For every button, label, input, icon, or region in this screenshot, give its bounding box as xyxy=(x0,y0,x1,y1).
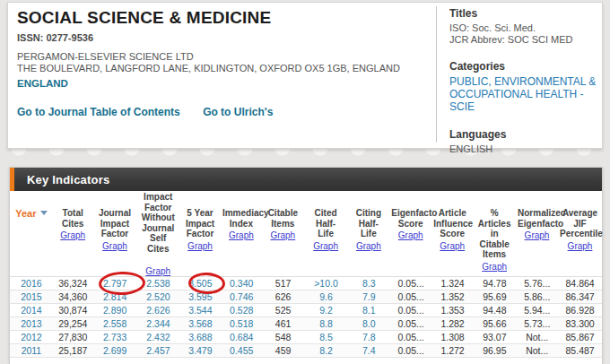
cell-citing-half-life[interactable]: 7.4 xyxy=(348,344,390,357)
graph-link[interactable]: Graph xyxy=(187,241,213,252)
cell-citable-items: 626 xyxy=(262,290,304,303)
graph-link[interactable]: Graph xyxy=(102,241,127,252)
key-indicators-panel: Key Indicators YearTotal CitesGraphJourn… xyxy=(9,167,603,364)
cell-journal-impact-factor[interactable]: 2.733 xyxy=(93,331,137,343)
column-header-cited-half-life: Cited Half-Life xyxy=(305,208,347,239)
graph-link[interactable]: Graph xyxy=(60,230,85,241)
cell-normalized-eigenfactor: 5.94... xyxy=(516,304,558,316)
graph-link[interactable]: Graph xyxy=(440,241,465,252)
goto-table-of-contents-link[interactable]: Go to Journal Table of Contents xyxy=(17,106,180,118)
graph-link[interactable]: Graph xyxy=(270,230,295,241)
table-row: 201125,1872.6992.4573.4790.4554598.27.40… xyxy=(10,344,602,358)
cell-five-year-impact-factor[interactable]: 3.544 xyxy=(179,304,221,316)
cell-article-influence-score: 1.352 xyxy=(432,290,474,303)
cell-total-cites: 36,324 xyxy=(53,277,93,290)
graph-link[interactable]: Graph xyxy=(356,241,381,252)
cell-pct-articles-in-citable-items: 95.69 xyxy=(473,290,516,303)
cell-immediacy-index[interactable]: 0.340 xyxy=(221,277,262,290)
cell-normalized-eigenfactor: Not... xyxy=(516,344,558,357)
cell-normalized-eigenfactor: Not... xyxy=(516,331,558,343)
column-header-total-cites: Total Cites xyxy=(54,208,92,229)
cell-impact-factor-without-self-cites[interactable]: 2.457 xyxy=(137,344,180,357)
cell-average-jif-percentile: 86.347 xyxy=(558,290,602,303)
journal-profile-panel: SOCIAL SCIENCE & MEDICINE ISSN: 0277-953… xyxy=(7,2,603,149)
cell-cited-half-life[interactable]: 8.8 xyxy=(304,317,348,330)
column-header-five-year-impact-factor: 5 Year Impact Factor xyxy=(180,208,220,239)
cell-pct-articles-in-citable-items: 93.07 xyxy=(473,331,516,343)
sort-arrow-icon[interactable] xyxy=(40,211,48,215)
graph-link[interactable]: Graph xyxy=(398,230,423,241)
year-column-header[interactable]: Year xyxy=(15,208,36,219)
graph-link[interactable]: Graph xyxy=(313,241,338,252)
cell-impact-factor-without-self-cites[interactable]: 2.432 xyxy=(137,331,180,343)
indicators-table-body: 201636,3242.7972.5383.5050.340517>10.08.… xyxy=(10,276,602,358)
cell-cited-half-life[interactable]: >10.0 xyxy=(304,277,348,290)
cell-average-jif-percentile: 83.300 xyxy=(558,317,602,330)
cell-cited-half-life[interactable]: 8.5 xyxy=(304,331,348,343)
year-link[interactable]: 2013 xyxy=(10,317,53,330)
year-link[interactable]: 2014 xyxy=(10,304,53,316)
cell-journal-impact-factor[interactable]: 2.890 xyxy=(93,304,137,316)
cell-five-year-impact-factor[interactable]: 3.568 xyxy=(179,317,221,330)
year-link[interactable]: 2012 xyxy=(10,331,53,343)
cell-impact-factor-without-self-cites[interactable]: 2.538 xyxy=(137,277,180,290)
cell-total-cites: 25,187 xyxy=(53,344,93,357)
cell-normalized-eigenfactor: 5.76... xyxy=(516,277,558,290)
cell-impact-factor-without-self-cites[interactable]: 2.626 xyxy=(137,304,180,316)
graph-link[interactable]: Graph xyxy=(145,266,170,277)
graph-link[interactable]: Graph xyxy=(229,230,254,241)
cell-immediacy-index[interactable]: 0.528 xyxy=(221,304,262,316)
year-link[interactable]: 2016 xyxy=(10,277,53,290)
cell-five-year-impact-factor[interactable]: 3.505 xyxy=(179,277,221,290)
cell-average-jif-percentile: 84.864 xyxy=(558,277,602,290)
cell-impact-factor-without-self-cites[interactable]: 2.344 xyxy=(137,317,180,330)
table-row: 201636,3242.7972.5383.5050.340517>10.08.… xyxy=(10,277,602,290)
indicators-table-header-row: YearTotal CitesGraphJournal Impact Facto… xyxy=(10,191,602,276)
key-indicators-heading: Key Indicators xyxy=(14,173,109,186)
cell-immediacy-index[interactable]: 0.746 xyxy=(221,290,262,303)
cell-immediacy-index[interactable]: 0.684 xyxy=(221,331,262,343)
titles-heading: Titles xyxy=(449,7,604,20)
cell-citing-half-life[interactable]: 7.8 xyxy=(348,331,390,343)
country-link[interactable]: ENGLAND xyxy=(17,78,68,89)
cell-five-year-impact-factor[interactable]: 3.479 xyxy=(179,344,221,357)
journal-address: THE BOULEVARD, LANGFORD LANE, KIDLINGTON… xyxy=(17,63,430,74)
cell-total-cites: 34,360 xyxy=(53,290,93,303)
table-row: 201227,8302.7332.4323.6880.6845488.57.80… xyxy=(10,331,602,344)
category-link[interactable]: PUBLIC, ENVIRONMENTAL & OCCUPATIONAL HEA… xyxy=(449,75,604,113)
cell-article-influence-score: 1.324 xyxy=(432,277,474,290)
cell-citing-half-life[interactable]: 8.0 xyxy=(348,317,390,330)
cell-citing-half-life[interactable]: 7.9 xyxy=(348,290,390,303)
cell-cited-half-life[interactable]: 9.2 xyxy=(304,304,348,316)
cell-cited-half-life[interactable]: 8.2 xyxy=(304,344,348,357)
graph-link[interactable]: Graph xyxy=(482,262,507,273)
cell-journal-impact-factor[interactable]: 2.797 xyxy=(93,277,137,290)
cell-article-influence-score: 1.353 xyxy=(432,304,474,316)
cell-average-jif-percentile: 85.487 xyxy=(558,344,602,357)
cell-cited-half-life[interactable]: 9.6 xyxy=(304,290,348,303)
cell-immediacy-index[interactable]: 0.518 xyxy=(221,317,262,330)
column-header-pct-articles-in-citable-items: % Articles in Citable Items xyxy=(474,208,515,260)
cell-citing-half-life[interactable]: 8.3 xyxy=(348,277,390,290)
year-link[interactable]: 2015 xyxy=(10,290,53,303)
cell-journal-impact-factor[interactable]: 2.699 xyxy=(93,344,137,357)
cell-immediacy-index[interactable]: 0.455 xyxy=(221,344,262,357)
cell-pct-articles-in-citable-items: 94.78 xyxy=(473,277,516,290)
cell-five-year-impact-factor[interactable]: 3.688 xyxy=(179,331,221,343)
cell-impact-factor-without-self-cites[interactable]: 2.520 xyxy=(137,290,180,303)
graph-link[interactable]: Graph xyxy=(525,230,550,241)
year-link[interactable]: 2011 xyxy=(10,344,53,357)
cell-journal-impact-factor[interactable]: 2.814 xyxy=(93,290,137,303)
cell-journal-impact-factor[interactable]: 2.558 xyxy=(93,317,137,330)
goto-ulrichs-link[interactable]: Go to Ulrich's xyxy=(203,106,273,118)
cell-five-year-impact-factor[interactable]: 3.595 xyxy=(179,290,221,303)
cell-average-jif-percentile: 85.867 xyxy=(558,331,602,343)
cell-citable-items: 461 xyxy=(262,317,304,330)
cell-citing-half-life[interactable]: 8.1 xyxy=(348,304,390,316)
column-header-average-jif-percentile: Average JIF Percentile xyxy=(559,208,601,239)
categories-heading: Categories xyxy=(449,60,604,73)
cell-eigenfactor-score: 0.05... xyxy=(390,317,432,330)
graph-link[interactable]: Graph xyxy=(568,241,593,252)
cell-pct-articles-in-citable-items: 96.95 xyxy=(473,344,516,357)
cell-citable-items: 459 xyxy=(262,344,304,357)
